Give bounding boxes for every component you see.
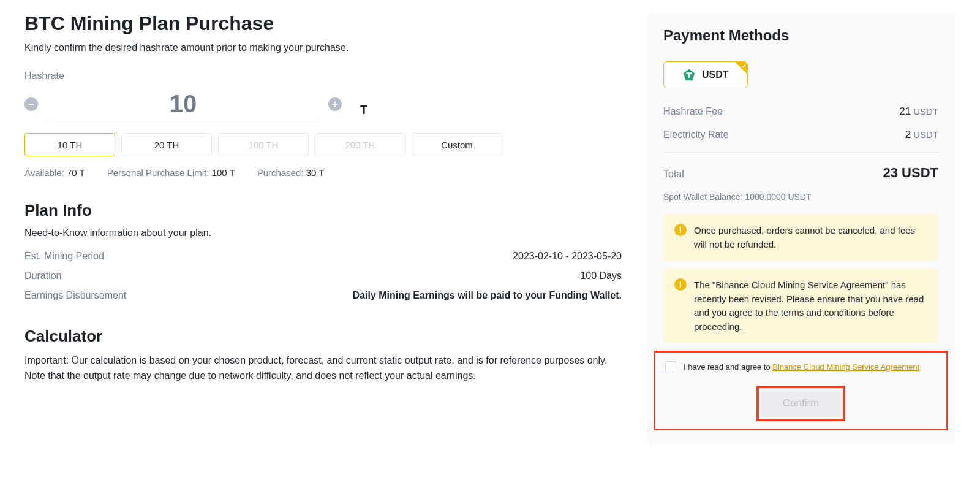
- period-label: Est. Mining Period: [24, 251, 104, 262]
- limits-row: Available: 70 T Personal Purchase Limit:…: [24, 167, 622, 178]
- agreement-prefix: I have read and agree to: [684, 362, 772, 372]
- check-icon: [735, 62, 747, 74]
- calculator-description: Important: Our calculation is based on y…: [24, 353, 622, 384]
- hashrate-value[interactable]: 10: [170, 90, 197, 118]
- calculator-heading: Calculator: [24, 327, 622, 346]
- agreement-link[interactable]: Binance Cloud Mining Service Agreement: [772, 362, 919, 372]
- hashrate-unit: T: [360, 103, 368, 117]
- electricity-value: 2: [905, 129, 911, 140]
- preset-10th[interactable]: 10 TH: [24, 133, 115, 156]
- notice-no-cancel: ! Once purchased, orders cannot be cance…: [663, 214, 938, 261]
- usdt-icon: [682, 68, 696, 82]
- page-subtitle: Kindly confirm the desired hashrate amou…: [24, 42, 622, 53]
- notice-agreement-revised: ! The "Binance Cloud Mining Service Agre…: [663, 269, 938, 343]
- plan-info-heading: Plan Info: [24, 201, 622, 220]
- electricity-label: Electricity Rate: [663, 129, 729, 140]
- total-value: 23 USDT: [883, 165, 938, 181]
- earnings-label: Earnings Disbursement: [24, 290, 126, 301]
- increment-button[interactable]: +: [328, 97, 342, 111]
- agreement-checkbox[interactable]: [665, 361, 676, 372]
- warning-icon: !: [674, 278, 687, 291]
- notice-agreement-text: The "Binance Cloud Mining Service Agreem…: [694, 278, 927, 334]
- svg-rect-2: [688, 72, 690, 78]
- preset-row: 10 TH 20 TH 100 TH 200 TH Custom: [24, 133, 622, 156]
- earnings-value: Daily Mining Earnings will be paid to yo…: [353, 290, 622, 301]
- hashrate-fee-value: 21: [899, 105, 911, 117]
- total-label: Total: [663, 169, 684, 180]
- hashrate-label: Hashrate: [24, 71, 622, 82]
- available-value: 70 T: [67, 167, 85, 178]
- payment-method-usdt[interactable]: USDT: [663, 61, 748, 88]
- duration-value: 100 Days: [580, 270, 622, 281]
- page-title: BTC Mining Plan Purchase: [24, 12, 622, 35]
- decrement-button[interactable]: −: [24, 97, 38, 111]
- plan-info-description: Need-to-Know information about your plan…: [24, 227, 622, 238]
- wallet-balance-value: 1000.0000 USDT: [745, 192, 811, 202]
- hashrate-fee-label: Hashrate Fee: [663, 106, 723, 117]
- notice-no-cancel-text: Once purchased, orders cannot be cancele…: [694, 224, 927, 251]
- preset-100th[interactable]: 100 TH: [218, 133, 309, 156]
- payment-method-label: USDT: [702, 69, 729, 80]
- personal-limit-label: Personal Purchase Limit:: [107, 167, 209, 178]
- preset-200th[interactable]: 200 TH: [315, 133, 405, 156]
- preset-20th[interactable]: 20 TH: [121, 133, 212, 156]
- preset-custom[interactable]: Custom: [412, 133, 502, 156]
- agreement-row: I have read and agree to Binance Cloud M…: [654, 351, 948, 381]
- electricity-currency: USDT: [913, 129, 938, 140]
- purchased-value: 30 T: [306, 167, 325, 178]
- wallet-balance-label: Spot Wallet Balance:: [663, 192, 742, 202]
- duration-label: Duration: [24, 270, 61, 281]
- period-value: 2023-02-10 - 2023-05-20: [513, 251, 622, 262]
- payment-methods-heading: Payment Methods: [663, 27, 938, 44]
- confirm-button[interactable]: Confirm: [761, 390, 842, 417]
- available-label: Available:: [24, 167, 64, 178]
- hashrate-fee-currency: USDT: [913, 106, 938, 116]
- personal-limit-value: 100 T: [212, 167, 235, 178]
- purchased-label: Purchased:: [257, 167, 304, 178]
- warning-icon: !: [674, 224, 687, 236]
